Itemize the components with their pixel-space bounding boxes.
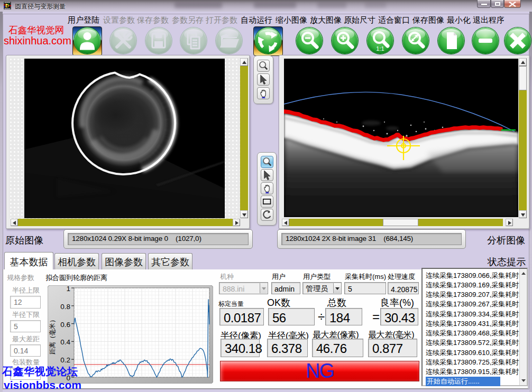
svg-text:距离（毫米）: 距离（毫米） <box>49 316 56 354</box>
svg-text:0.8: 0.8 <box>60 303 70 311</box>
svg-text:1:1: 1:1 <box>376 45 384 52</box>
svg-text:0.6: 0.6 <box>60 321 70 329</box>
svg-text:0.4: 0.4 <box>60 338 70 346</box>
svg-text:0.2: 0.2 <box>60 356 70 364</box>
svg-text:1: 1 <box>66 285 70 293</box>
